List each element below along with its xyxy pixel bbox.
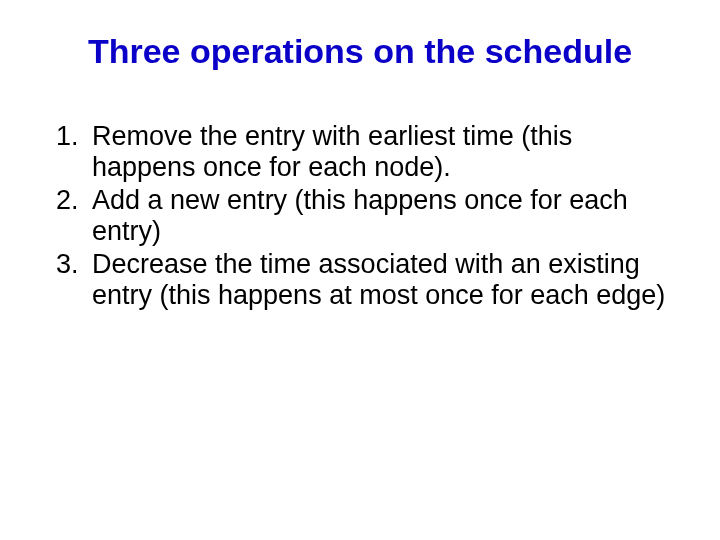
list-item: Add a new entry (this happens once for e… <box>86 185 674 247</box>
list-item: Decrease the time associated with an exi… <box>86 249 674 311</box>
slide-title: Three operations on the schedule <box>46 32 674 71</box>
slide: Three operations on the schedule Remove … <box>0 0 720 540</box>
points-list: Remove the entry with earliest time (thi… <box>46 121 674 311</box>
list-item: Remove the entry with earliest time (thi… <box>86 121 674 183</box>
